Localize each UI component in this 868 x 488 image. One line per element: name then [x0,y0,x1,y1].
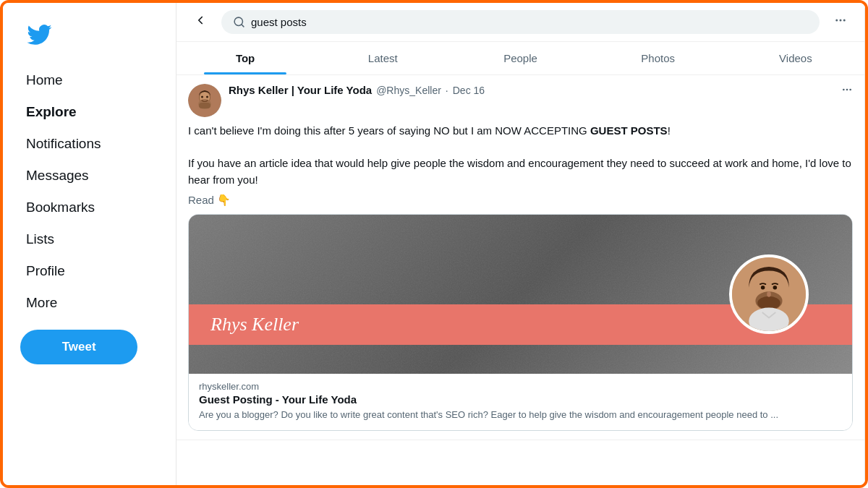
svg-line-1 [242,25,244,27]
sidebar-item-home[interactable]: Home [20,65,158,95]
tweet-body-bold: GUEST POSTS [590,124,668,137]
link-preview-card[interactable]: Rhys Keller [188,214,853,431]
tab-videos[interactable]: Videos [727,42,864,74]
svg-point-4 [843,20,846,22]
tweet-date: Dec 16 [453,85,485,96]
link-description: Are you a blogger? Do you like to write … [199,408,842,421]
sidebar: HomeExploreNotificationsMessagesBookmark… [3,3,176,485]
sidebar-item-explore[interactable]: Explore [20,97,158,127]
link-preview-meta: rhyskeller.com Guest Posting - Your Life… [189,374,852,430]
tweet-dot: · [446,85,448,96]
sidebar-nav: HomeExploreNotificationsMessagesBookmark… [20,65,158,318]
portrait-image [732,257,806,331]
sidebar-item-profile[interactable]: Profile [20,256,158,286]
svg-rect-9 [199,103,210,108]
read-more: Read 👇 [188,194,853,207]
tweet-header: Rhys Keller | Your Life Yoda @Rhys_Kelle… [188,84,853,117]
preview-portrait [729,254,809,334]
ellipsis-icon [834,14,847,27]
tabs-row: TopLatestPeoplePhotosVideos [176,42,864,75]
twitter-bird-icon [26,22,52,48]
sidebar-item-more[interactable]: More [20,288,158,318]
tab-latest[interactable]: Latest [314,42,451,74]
tab-people[interactable]: People [451,42,589,74]
avatar-image [188,84,221,117]
search-input[interactable] [251,16,808,28]
back-button[interactable] [188,11,213,33]
tweet-handle: @Rhys_Keller [376,85,441,96]
tweet-body: I can't believe I'm doing this after 5 y… [188,123,853,188]
tweet-more-button[interactable] [841,84,853,98]
svg-point-21 [773,286,778,290]
avatar [188,84,221,117]
back-arrow-icon [194,14,207,27]
svg-point-14 [849,89,851,91]
tweet-feed: Rhys Keller | Your Life Yoda @Rhys_Kelle… [176,75,864,485]
tweet-body-prefix: I can't believe I'm doing this after 5 y… [188,124,590,137]
search-box [221,10,820,34]
tweet-meta: Rhys Keller | Your Life Yoda @Rhys_Kelle… [229,84,834,96]
tweet-display-name: Rhys Keller | Your Life Yoda [229,84,372,96]
svg-point-12 [843,89,845,91]
preview-name-text: Rhys Keller [210,314,299,335]
sidebar-item-bookmarks[interactable]: Bookmarks [20,192,158,223]
svg-point-20 [761,286,765,290]
tweet-body-suffix: ! [668,124,671,137]
sidebar-item-lists[interactable]: Lists [20,224,158,254]
tweet-user-line: Rhys Keller | Your Life Yoda @Rhys_Kelle… [229,84,834,96]
link-domain: rhyskeller.com [199,381,842,392]
twitter-logo [20,22,158,51]
svg-point-22 [767,291,771,296]
svg-point-13 [846,89,848,91]
sidebar-item-notifications[interactable]: Notifications [20,129,158,159]
tab-photos[interactable]: Photos [590,42,727,74]
tab-top[interactable]: Top [176,42,314,74]
search-bar-row [176,3,864,42]
main-content: TopLatestPeoplePhotosVideos [176,3,865,485]
link-title: Guest Posting - Your Life Yoda [199,393,842,406]
more-options-button[interactable] [828,11,853,33]
tweet-ellipsis-icon [841,84,853,95]
svg-point-2 [835,20,838,22]
tweet-button[interactable]: Tweet [20,330,137,364]
svg-point-19 [757,296,780,310]
tweet-body-p2: If you have an article idea that would h… [188,157,851,186]
sidebar-item-messages[interactable]: Messages [20,160,158,191]
link-preview-image: Rhys Keller [189,215,852,374]
search-icon [233,16,245,28]
svg-point-11 [206,96,208,98]
app-wrapper: HomeExploreNotificationsMessagesBookmark… [3,3,865,485]
tweet-card: Rhys Keller | Your Life Yoda @Rhys_Kelle… [176,75,864,440]
svg-point-10 [201,96,203,98]
svg-point-3 [840,20,842,22]
